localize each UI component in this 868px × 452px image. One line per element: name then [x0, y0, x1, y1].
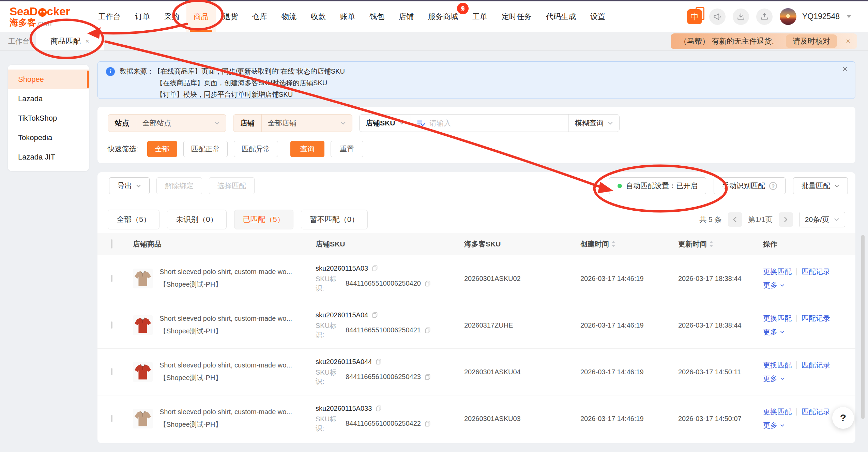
announcement-button[interactable] [709, 9, 726, 25]
batch-match-button[interactable]: 批量匹配 [793, 177, 848, 194]
sort-icon[interactable] [611, 240, 616, 248]
sort-icon[interactable] [709, 240, 714, 248]
nav-item[interactable]: 服务商城 [421, 1, 465, 32]
nav-item[interactable]: 店铺 [392, 1, 421, 32]
change-match-link[interactable]: 更换匹配 [763, 360, 792, 370]
col-header-updated[interactable]: 更新时间 [678, 239, 763, 249]
more-link[interactable]: 更多 [763, 327, 785, 337]
sidebar-item[interactable]: Lazada JIT [8, 147, 89, 167]
page-size-select[interactable]: 20条/页 [799, 212, 845, 227]
status-on-dot [618, 184, 622, 188]
hdk-sku-value: 20260301ASKU04 [464, 368, 580, 376]
nav-item[interactable]: 代码生成 [539, 1, 583, 32]
col-header-product[interactable]: 店铺商品 [133, 239, 316, 249]
tab-close-icon[interactable]: × [85, 37, 89, 45]
change-match-link[interactable]: 更换匹配 [763, 314, 792, 323]
nav-item[interactable]: 工作台 [91, 1, 128, 32]
nav-item[interactable]: 账单 [333, 1, 362, 32]
vertical-scrollbar[interactable] [861, 235, 865, 419]
nav-item[interactable]: 物流 [274, 1, 304, 32]
banner-close-icon[interactable]: × [842, 64, 848, 73]
copy-icon[interactable] [424, 420, 431, 427]
tab-product-matching[interactable]: 商品匹配 × [36, 32, 104, 50]
change-match-link[interactable]: 更换匹配 [763, 407, 792, 417]
unbind-button[interactable]: 解除绑定 [156, 177, 202, 194]
hdk-sku-value: 20260301ASKU02 [464, 275, 580, 283]
copy-icon[interactable] [424, 327, 431, 334]
nav-item[interactable]: 退货 [216, 1, 245, 32]
nav-item[interactable]: 仓库 [245, 1, 274, 32]
more-link[interactable]: 更多 [763, 421, 785, 430]
auto-match-settings-button[interactable]: 自动匹配设置：已开启 [609, 177, 706, 194]
quick-filter-chip[interactable]: 匹配正常 [183, 141, 228, 157]
reset-button[interactable]: 重置 [331, 141, 363, 157]
sku-field-select[interactable]: 店铺SKU [360, 115, 411, 132]
import-button[interactable] [733, 9, 749, 25]
more-link[interactable]: 更多 [763, 374, 785, 383]
sidebar-item[interactable]: Shopee [8, 70, 89, 89]
select-all-checkbox[interactable] [111, 239, 112, 248]
nav-item[interactable]: 钱包 [362, 1, 392, 32]
row-checkbox[interactable] [111, 368, 112, 375]
export-button[interactable]: 导出 [109, 177, 150, 194]
nav-item[interactable]: 订单 [128, 1, 157, 32]
app-logo[interactable]: SeaDcker 海多客.com [10, 6, 83, 27]
copy-icon[interactable] [375, 405, 382, 412]
col-header-hdk-sku[interactable]: 海多客SKU [464, 239, 580, 249]
sku-search-input[interactable]: 请输入 [411, 118, 568, 128]
language-switch-button[interactable]: 中 [687, 9, 702, 24]
row-checkbox[interactable] [111, 415, 112, 422]
status-tab[interactable]: 暂不匹配（0） [301, 210, 368, 229]
help-fab-button[interactable]: ? [832, 407, 854, 429]
more-link[interactable]: 更多 [763, 281, 785, 290]
sidebar-item[interactable]: Tokopedia [8, 128, 89, 147]
notification-close-icon[interactable]: × [844, 37, 852, 46]
next-page-button[interactable] [779, 212, 793, 227]
nav-item[interactable]: 设置 [583, 1, 612, 32]
site-select[interactable]: 站点 全部站点 [108, 114, 226, 132]
username[interactable]: YQ192548 [802, 12, 840, 21]
change-match-link[interactable]: 更换匹配 [763, 267, 792, 276]
notification-action-button[interactable]: 请及时核对 [786, 34, 837, 48]
nav-item[interactable]: 工单 [465, 1, 494, 32]
quick-filter-chip[interactable]: 全部 [147, 141, 177, 157]
col-header-shop-sku[interactable]: 店铺SKU [316, 239, 464, 249]
sidebar-item[interactable]: TikTokShop [8, 108, 89, 128]
sidebar-item[interactable]: Lazada [8, 89, 89, 108]
nav-item[interactable]: 采购 [157, 1, 186, 32]
col-header-created[interactable]: 创建时间 [580, 239, 678, 249]
product-text: Short sleeved polo shirt, custom-made wo… [159, 268, 292, 289]
export-button-top[interactable] [756, 9, 773, 25]
shop-select[interactable]: 店铺 全部店铺 [233, 114, 352, 132]
copy-icon[interactable] [424, 280, 431, 287]
fuzzy-mode-select[interactable]: 模糊查询 [568, 115, 619, 132]
user-menu-caret-icon[interactable] [847, 15, 851, 20]
status-tab[interactable]: 未识别（0） [167, 210, 226, 229]
search-button[interactable]: 查询 [290, 141, 324, 157]
nav-item[interactable]: 收款 [304, 1, 333, 32]
match-record-link[interactable]: 匹配记录 [802, 407, 830, 417]
status-tab[interactable]: 全部（5） [108, 210, 159, 229]
manual-match-button[interactable]: 手动识别匹配 ? [714, 177, 786, 194]
match-record-link[interactable]: 匹配记录 [802, 267, 830, 276]
chevron-right-icon [784, 216, 788, 223]
copy-icon[interactable] [371, 265, 378, 272]
product-image [133, 269, 153, 288]
copy-icon[interactable] [371, 312, 378, 318]
copy-icon[interactable] [424, 374, 431, 380]
nav-item[interactable]: 定时任务 [494, 1, 539, 32]
match-record-link[interactable]: 匹配记录 [802, 314, 830, 323]
copy-icon[interactable] [375, 358, 382, 365]
prev-page-button[interactable] [728, 212, 742, 227]
match-record-link[interactable]: 匹配记录 [802, 360, 830, 370]
tab-workbench[interactable]: 工作台 [0, 32, 36, 50]
quick-filter-chip[interactable]: 匹配异常 [234, 141, 278, 157]
select-match-button[interactable]: 选择匹配 [209, 177, 255, 194]
nav-item[interactable]: 商品 [186, 1, 216, 32]
status-tab[interactable]: 已匹配（5） [234, 210, 293, 229]
row-checkbox[interactable] [111, 321, 112, 329]
row-checkbox[interactable] [111, 275, 112, 282]
user-avatar[interactable] [780, 8, 796, 25]
filter-panel: 站点 全部站点 店铺 全部店铺 店铺SKU 请输入 [97, 107, 855, 163]
product-subtitle: 【Shopee测试-PH】 [159, 327, 292, 336]
